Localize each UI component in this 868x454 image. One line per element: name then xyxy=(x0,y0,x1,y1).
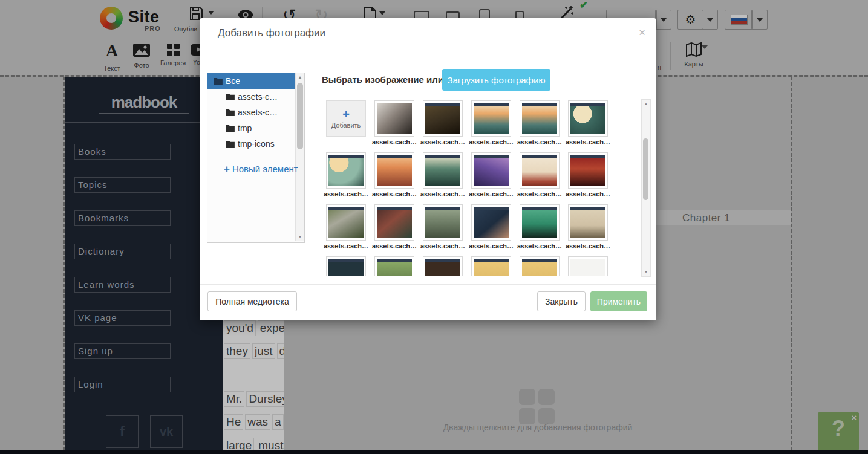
photo-caption: assets-cach… xyxy=(370,242,419,250)
photo-tile[interactable]: assets-cach… xyxy=(564,204,612,250)
photo-tile[interactable]: assets-cach… xyxy=(467,100,515,146)
photo-caption: assets-cach… xyxy=(564,190,612,198)
photo-caption: assets-cach… xyxy=(467,190,515,198)
photo-caption: assets-cach… xyxy=(515,138,564,146)
photo-caption: assets-cach… xyxy=(515,242,564,250)
photo-tile[interactable]: assets-cach… xyxy=(467,204,515,250)
folder-icon xyxy=(226,125,235,132)
photo-caption: assets-cach… xyxy=(370,190,419,198)
photo-tile[interactable]: assets-cach… xyxy=(419,256,467,276)
plus-icon: + xyxy=(224,163,230,175)
dialog-header: Добавить фотографии × xyxy=(200,18,656,50)
folder-icon xyxy=(214,77,223,85)
grid-scroll-thumb[interactable] xyxy=(643,138,648,200)
full-media-library-button[interactable]: Полная медиотека xyxy=(207,291,297,311)
tree-scrollbar[interactable]: ▲ ▼ xyxy=(295,73,304,241)
scroll-down-icon[interactable]: ▼ xyxy=(296,233,304,241)
scroll-down-icon[interactable]: ▼ xyxy=(642,268,650,276)
folder-item-tmp-icons[interactable]: tmp-icons xyxy=(207,136,295,152)
photo-tile[interactable]: assets-cach… xyxy=(419,204,467,250)
upload-photo-button[interactable]: Загрузить фотографию xyxy=(442,69,550,91)
photo-caption: assets-cach… xyxy=(467,242,515,250)
photo-caption: assets-cach… xyxy=(370,138,419,146)
apply-button[interactable]: Применить xyxy=(590,291,647,311)
photo-tile[interactable]: assets-cach… xyxy=(322,256,370,276)
folder-item-assets-c-[interactable]: assets-c… xyxy=(207,89,295,105)
photo-tile[interactable]: assets-cach… xyxy=(419,152,467,198)
folder-tree-panel: Всеassets-c…assets-c…tmptmp-icons ▲ ▼ xyxy=(207,73,305,243)
close-button[interactable]: Закрыть xyxy=(537,291,586,311)
photo-caption: assets-cach… xyxy=(419,190,467,198)
scroll-up-icon[interactable]: ▲ xyxy=(296,73,304,82)
photo-caption: assets-cach… xyxy=(419,138,467,146)
photo-tile[interactable]: assets-cach… xyxy=(370,152,419,198)
photo-caption: assets-cach… xyxy=(322,190,370,198)
folder-tree: Всеassets-c…assets-c…tmptmp-icons xyxy=(207,73,295,152)
photo-caption: assets-cach… xyxy=(515,190,564,198)
photo-tile[interactable]: assets-cach… xyxy=(515,152,564,198)
screen: Site PRO Опубли ↺ ↻ xyxy=(0,0,868,454)
photo-tile[interactable]: assets-cach… xyxy=(467,152,515,198)
photo-caption: assets-cach… xyxy=(419,242,467,250)
plus-icon: + xyxy=(328,108,364,120)
folder-item-assets-c-[interactable]: assets-c… xyxy=(207,105,295,120)
photo-tile[interactable]: assets-cach… xyxy=(322,152,370,198)
photo-caption: assets-cach… xyxy=(322,242,370,250)
photo-tile[interactable]: assets-cach… xyxy=(564,256,612,276)
photo-tile[interactable]: assets-cach… xyxy=(515,100,564,146)
add-photos-dialog: Добавить фотографии × Всеassets-c…assets… xyxy=(200,18,656,320)
folder-icon xyxy=(226,140,235,148)
photo-tile[interactable]: assets-cach… xyxy=(564,152,612,198)
photo-grid: +Добавитьassets-cach…assets-cach…assets-… xyxy=(322,99,641,276)
choose-image-label: Выбрать изображение или xyxy=(322,74,443,85)
photo-caption: assets-cach… xyxy=(467,138,515,146)
dialog-title: Добавить фотографии xyxy=(218,27,325,39)
new-folder-button[interactable]: +Новый элемент xyxy=(224,163,298,175)
grid-scrollbar[interactable]: ▲ ▼ xyxy=(641,99,651,277)
photo-tile[interactable]: assets-cach… xyxy=(515,204,564,250)
photo-tile[interactable]: assets-cach… xyxy=(370,100,419,146)
folder-item-tmp[interactable]: tmp xyxy=(207,120,295,136)
dialog-close-icon[interactable]: × xyxy=(639,26,645,39)
photo-tile[interactable]: assets-cach… xyxy=(370,204,419,250)
photo-tile[interactable]: assets-cach… xyxy=(322,204,370,250)
photo-tile[interactable]: assets-cach… xyxy=(419,100,467,146)
photo-tile[interactable]: assets-cach… xyxy=(370,256,419,276)
photo-caption: assets-cach… xyxy=(564,242,612,250)
photo-tile[interactable]: assets-cach… xyxy=(564,100,612,146)
photo-tile[interactable]: assets-cach… xyxy=(515,256,564,276)
tree-scroll-thumb[interactable] xyxy=(297,83,303,149)
dialog-footer: Полная медиотека Закрыть Применить xyxy=(200,284,656,321)
photo-tile[interactable]: assets-cach… xyxy=(467,256,515,276)
scroll-up-icon[interactable]: ▲ xyxy=(642,100,650,108)
folder-icon xyxy=(226,109,235,116)
folder-icon xyxy=(226,93,235,100)
folder-item-Все[interactable]: Все xyxy=(207,73,295,89)
add-photo-tile[interactable]: +Добавить xyxy=(322,100,370,137)
photo-caption: assets-cach… xyxy=(564,138,612,146)
